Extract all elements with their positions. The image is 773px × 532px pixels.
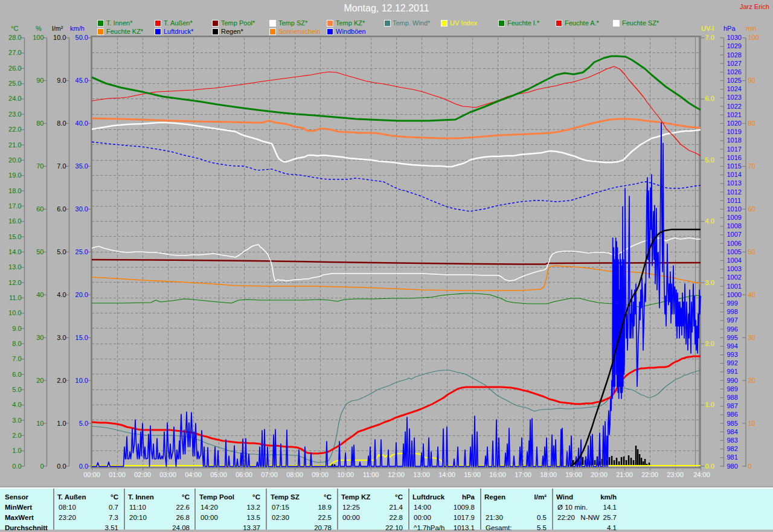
- svg-text:24:00: 24:00: [693, 471, 710, 478]
- svg-text:12:00: 12:00: [388, 471, 405, 478]
- svg-text:1009: 1009: [727, 214, 742, 221]
- svg-text:70: 70: [748, 162, 755, 170]
- svg-text:5.0: 5.0: [57, 248, 66, 255]
- svg-text:1024: 1024: [727, 85, 742, 92]
- svg-text:10: 10: [748, 420, 755, 427]
- svg-text:20: 20: [36, 377, 43, 384]
- svg-text:80: 80: [36, 120, 43, 127]
- svg-text:1012: 1012: [727, 188, 742, 196]
- svg-text:10.0: 10.0: [75, 377, 88, 384]
- svg-text:980: 980: [727, 463, 738, 470]
- svg-text:987: 987: [727, 402, 738, 409]
- svg-text:1030: 1030: [727, 34, 742, 41]
- svg-text:20.0: 20.0: [75, 291, 88, 298]
- svg-text:2.0: 2.0: [57, 377, 66, 384]
- svg-text:2.0: 2.0: [12, 432, 21, 439]
- svg-text:03:00: 03:00: [159, 471, 176, 478]
- svg-text:30: 30: [748, 334, 755, 341]
- svg-text:17.0: 17.0: [8, 202, 21, 210]
- svg-text:23.0: 23.0: [8, 111, 21, 118]
- svg-text:985: 985: [727, 420, 738, 427]
- svg-text:100: 100: [33, 34, 43, 41]
- svg-text:0.0: 0.0: [79, 463, 88, 470]
- svg-text:5.0: 5.0: [79, 420, 88, 427]
- svg-text:0: 0: [748, 463, 752, 470]
- svg-text:993: 993: [727, 351, 738, 358]
- svg-text:5.0: 5.0: [705, 156, 714, 164]
- svg-text:04:00: 04:00: [185, 471, 202, 478]
- svg-text:998: 998: [727, 308, 738, 315]
- svg-text:45.0: 45.0: [75, 77, 88, 84]
- svg-text:10.0: 10.0: [53, 34, 66, 41]
- svg-text:0: 0: [40, 463, 43, 470]
- svg-text:25.0: 25.0: [75, 248, 88, 255]
- svg-text:00:00: 00:00: [83, 471, 100, 478]
- svg-text:21:00: 21:00: [616, 471, 633, 478]
- svg-text:4.0: 4.0: [705, 217, 714, 225]
- svg-text:982: 982: [727, 445, 738, 452]
- svg-text:20: 20: [748, 377, 755, 384]
- svg-text:90: 90: [748, 77, 755, 84]
- svg-text:50: 50: [36, 248, 43, 255]
- svg-text:35.0: 35.0: [75, 162, 88, 170]
- svg-text:26.0: 26.0: [8, 65, 21, 72]
- svg-text:1018: 1018: [727, 136, 742, 144]
- svg-text:991: 991: [727, 368, 738, 375]
- svg-text:40: 40: [36, 291, 43, 298]
- svg-text:9.0: 9.0: [57, 77, 66, 84]
- svg-text:1022: 1022: [727, 103, 742, 110]
- svg-text:1017: 1017: [727, 146, 742, 153]
- svg-text:60: 60: [748, 205, 755, 213]
- svg-text:995: 995: [727, 334, 738, 341]
- svg-text:21.0: 21.0: [8, 141, 21, 149]
- svg-text:4.0: 4.0: [57, 291, 66, 298]
- svg-text:13.0: 13.0: [8, 263, 21, 271]
- svg-text:1015: 1015: [727, 162, 742, 170]
- svg-text:1025: 1025: [727, 77, 742, 84]
- svg-text:0.0: 0.0: [705, 463, 714, 470]
- svg-text:989: 989: [727, 385, 738, 393]
- svg-text:1.0: 1.0: [57, 420, 66, 427]
- svg-text:1014: 1014: [727, 171, 742, 178]
- svg-text:40.0: 40.0: [75, 120, 88, 127]
- svg-text:10:00: 10:00: [337, 471, 354, 478]
- svg-text:40: 40: [748, 291, 755, 298]
- svg-text:1027: 1027: [727, 60, 742, 67]
- svg-text:2.0: 2.0: [705, 340, 714, 347]
- svg-text:1.0: 1.0: [12, 447, 21, 454]
- svg-text:15.0: 15.0: [8, 233, 21, 240]
- svg-text:09:00: 09:00: [312, 471, 329, 478]
- svg-text:18:00: 18:00: [540, 471, 557, 478]
- svg-text:50.0: 50.0: [75, 34, 88, 41]
- svg-text:11:00: 11:00: [363, 471, 379, 478]
- svg-text:999: 999: [727, 300, 738, 307]
- svg-text:80: 80: [748, 120, 755, 127]
- svg-text:10: 10: [36, 420, 43, 427]
- svg-text:6.0: 6.0: [705, 95, 714, 102]
- svg-text:14:00: 14:00: [438, 471, 455, 478]
- svg-text:25.0: 25.0: [8, 80, 21, 87]
- svg-text:1.0: 1.0: [705, 401, 714, 408]
- svg-text:15:00: 15:00: [464, 471, 481, 478]
- svg-text:7.0: 7.0: [57, 162, 66, 170]
- svg-text:100: 100: [748, 34, 759, 41]
- svg-text:1016: 1016: [727, 154, 742, 161]
- svg-text:1004: 1004: [727, 257, 742, 264]
- svg-text:1008: 1008: [727, 222, 742, 229]
- svg-text:01:00: 01:00: [109, 471, 126, 478]
- svg-text:1005: 1005: [727, 248, 742, 255]
- svg-text:997: 997: [727, 316, 738, 324]
- svg-text:50: 50: [748, 248, 755, 255]
- svg-text:1023: 1023: [727, 94, 742, 101]
- svg-text:12.0: 12.0: [8, 279, 21, 286]
- svg-text:7.0: 7.0: [705, 34, 714, 41]
- svg-text:1026: 1026: [727, 68, 742, 75]
- svg-text:1029: 1029: [727, 42, 742, 50]
- svg-text:07:00: 07:00: [261, 471, 278, 478]
- svg-text:8.0: 8.0: [57, 120, 66, 127]
- svg-text:1020: 1020: [727, 120, 742, 127]
- svg-text:17:00: 17:00: [515, 471, 531, 478]
- svg-text:0.0: 0.0: [12, 463, 21, 470]
- svg-text:23:00: 23:00: [667, 471, 684, 478]
- svg-text:992: 992: [727, 359, 738, 367]
